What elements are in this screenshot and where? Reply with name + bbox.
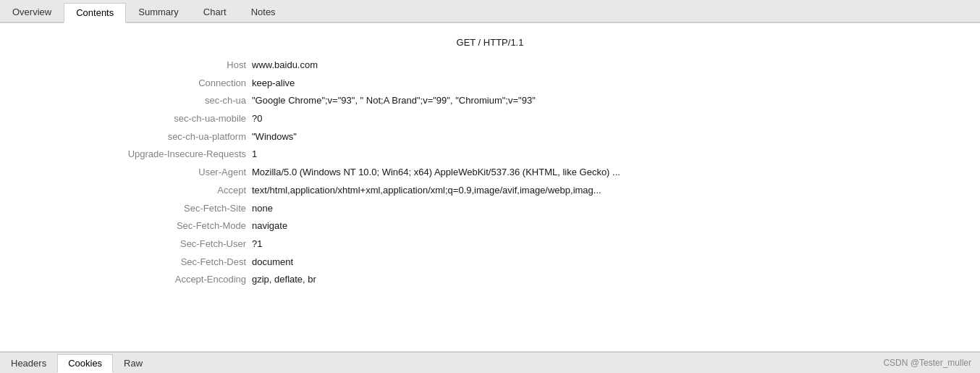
header-row: Accepttext/html,application/xhtml+xml,ap… [0, 182, 980, 200]
header-value: document [252, 253, 293, 272]
header-key: Upgrade-Insecure-Requests [6, 146, 252, 164]
header-row: sec-ch-ua-platform"Windows" [0, 128, 980, 146]
header-key: User-Agent [6, 164, 252, 182]
header-value: ?1 [252, 235, 262, 253]
header-value: "Windows" [252, 128, 297, 146]
top-tab-chart[interactable]: Chart [191, 1, 239, 22]
header-key: Accept [6, 182, 252, 200]
bottom-tab-cookies[interactable]: Cookies [57, 354, 113, 373]
header-value: none [252, 200, 273, 218]
header-row: Sec-Fetch-Sitenone [0, 200, 980, 218]
headers-area[interactable]: GET / HTTP/1.1 Hostwww.baidu.comConnecti… [0, 23, 980, 351]
top-tab-notes[interactable]: Notes [239, 1, 288, 22]
header-key: Sec-Fetch-User [6, 235, 252, 253]
bottom-right-label: CSDN @Tester_muller [883, 358, 971, 368]
header-row: sec-ch-ua"Google Chrome";v="93", " Not;A… [0, 92, 980, 110]
header-value: ?0 [252, 110, 262, 128]
bottom-tab-bar: HeadersCookiesRawCSDN @Tester_muller [0, 351, 980, 373]
header-value: "Google Chrome";v="93", " Not;A Brand";v… [252, 92, 536, 110]
top-tab-summary[interactable]: Summary [126, 1, 191, 22]
header-value: keep-alive [252, 75, 295, 93]
header-key: sec-ch-ua [6, 92, 252, 110]
header-key: Sec-Fetch-Dest [6, 253, 252, 272]
header-value: www.baidu.com [252, 56, 318, 75]
header-row: Upgrade-Insecure-Requests1 [0, 146, 980, 164]
header-value: gzip, deflate, br [252, 271, 316, 289]
header-key: sec-ch-ua-mobile [6, 110, 252, 128]
top-tab-overview[interactable]: Overview [0, 1, 64, 22]
main-content-area: GET / HTTP/1.1 Hostwww.baidu.comConnecti… [0, 23, 980, 351]
request-line: GET / HTTP/1.1 [0, 30, 980, 55]
header-row: User-AgentMozilla/5.0 (Windows NT 10.0; … [0, 164, 980, 182]
header-row: Accept-Encodinggzip, deflate, br [0, 271, 980, 289]
header-value: 1 [252, 146, 257, 164]
header-row: sec-ch-ua-mobile?0 [0, 110, 980, 128]
top-tab-bar: OverviewContentsSummaryChartNotes [0, 0, 980, 23]
header-key: Connection [6, 75, 252, 93]
header-row: Hostwww.baidu.com [0, 56, 980, 75]
header-key: Accept-Encoding [6, 271, 252, 289]
header-value: text/html,application/xhtml+xml,applicat… [252, 182, 601, 200]
bottom-tab-raw[interactable]: Raw [113, 353, 153, 372]
header-value: navigate [252, 217, 287, 235]
header-key: sec-ch-ua-platform [6, 128, 252, 146]
request-line-text: GET / HTTP/1.1 [457, 33, 524, 52]
header-key: Sec-Fetch-Site [6, 200, 252, 218]
top-tab-contents[interactable]: Contents [64, 3, 126, 23]
header-value: Mozilla/5.0 (Windows NT 10.0; Win64; x64… [252, 164, 620, 182]
header-key: Host [6, 56, 252, 75]
header-row: Sec-Fetch-User?1 [0, 235, 980, 253]
header-row: Sec-Fetch-Modenavigate [0, 217, 980, 235]
header-row: Sec-Fetch-Destdocument [0, 253, 980, 272]
bottom-tab-headers[interactable]: Headers [0, 353, 57, 372]
header-row: Connectionkeep-alive [0, 75, 980, 93]
header-key: Sec-Fetch-Mode [6, 217, 252, 235]
